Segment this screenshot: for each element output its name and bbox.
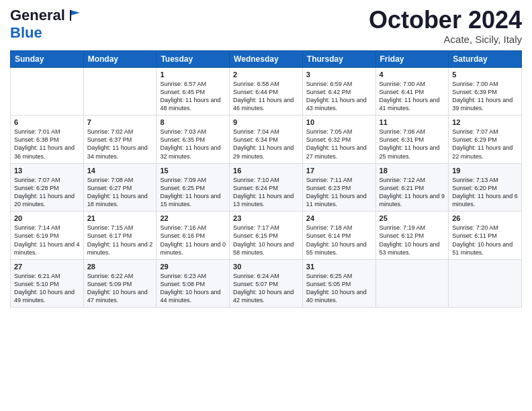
cell-info: Sunrise: 7:04 AM Sunset: 6:34 PM Dayligh… [233, 128, 299, 161]
cell-0-3: 2Sunrise: 6:58 AM Sunset: 6:44 PM Daylig… [230, 67, 303, 116]
cell-info: Sunrise: 6:23 AM Sunset: 5:08 PM Dayligh… [160, 272, 226, 305]
logo-general-text: General [10, 7, 65, 24]
cell-2-1: 14Sunrise: 7:08 AM Sunset: 6:27 PM Dayli… [83, 163, 157, 212]
cell-info: Sunrise: 7:18 AM Sunset: 6:14 PM Dayligh… [306, 224, 372, 257]
day-number: 16 [233, 167, 299, 175]
cell-4-6 [449, 259, 522, 308]
cell-info: Sunrise: 7:20 AM Sunset: 6:11 PM Dayligh… [452, 224, 518, 257]
cell-0-4: 3Sunrise: 6:59 AM Sunset: 6:42 PM Daylig… [302, 67, 375, 116]
cell-1-4: 10Sunrise: 7:05 AM Sunset: 6:32 PM Dayli… [302, 116, 375, 164]
day-number: 18 [380, 167, 445, 175]
header-thursday: Thursday [302, 50, 375, 67]
header-sunday: Sunday [11, 50, 84, 67]
cell-1-2: 8Sunrise: 7:03 AM Sunset: 6:35 PM Daylig… [157, 116, 230, 164]
cell-2-4: 17Sunrise: 7:11 AM Sunset: 6:23 PM Dayli… [302, 163, 375, 212]
cell-info: Sunrise: 6:21 AM Sunset: 5:10 PM Dayligh… [14, 272, 80, 305]
cell-2-2: 15Sunrise: 7:09 AM Sunset: 6:25 PM Dayli… [157, 163, 230, 212]
header-friday: Friday [375, 50, 449, 67]
day-number: 29 [160, 263, 226, 271]
day-number: 31 [306, 263, 372, 271]
day-number: 22 [160, 214, 226, 222]
cell-4-2: 29Sunrise: 6:23 AM Sunset: 5:08 PM Dayli… [157, 259, 230, 308]
day-number: 6 [14, 118, 80, 126]
day-number: 13 [14, 167, 80, 175]
cell-4-0: 27Sunrise: 6:21 AM Sunset: 5:10 PM Dayli… [11, 259, 84, 308]
day-number: 19 [452, 167, 518, 175]
cell-info: Sunrise: 6:24 AM Sunset: 5:07 PM Dayligh… [233, 272, 299, 305]
day-number: 28 [87, 263, 153, 271]
cell-info: Sunrise: 6:57 AM Sunset: 6:45 PM Dayligh… [160, 80, 226, 113]
day-number: 11 [380, 118, 445, 126]
cell-info: Sunrise: 7:17 AM Sunset: 6:15 PM Dayligh… [233, 224, 299, 257]
cell-3-4: 24Sunrise: 7:18 AM Sunset: 6:14 PM Dayli… [302, 212, 375, 260]
cell-info: Sunrise: 7:00 AM Sunset: 6:41 PM Dayligh… [380, 80, 445, 113]
day-number: 30 [233, 263, 299, 271]
logo-flag-icon [68, 7, 83, 22]
month-title: October 2024 [369, 7, 522, 34]
cell-info: Sunrise: 7:07 AM Sunset: 6:29 PM Dayligh… [452, 128, 518, 161]
cell-2-5: 18Sunrise: 7:12 AM Sunset: 6:21 PM Dayli… [375, 163, 449, 212]
cell-2-6: 19Sunrise: 7:13 AM Sunset: 6:20 PM Dayli… [449, 163, 522, 212]
cell-3-0: 20Sunrise: 7:14 AM Sunset: 6:19 PM Dayli… [11, 212, 84, 260]
cell-3-6: 26Sunrise: 7:20 AM Sunset: 6:11 PM Dayli… [449, 212, 522, 260]
cell-info: Sunrise: 7:05 AM Sunset: 6:32 PM Dayligh… [306, 128, 372, 161]
week-row-5: 27Sunrise: 6:21 AM Sunset: 5:10 PM Dayli… [11, 259, 522, 308]
cell-info: Sunrise: 7:03 AM Sunset: 6:35 PM Dayligh… [160, 128, 226, 161]
cell-2-3: 16Sunrise: 7:10 AM Sunset: 6:24 PM Dayli… [230, 163, 303, 212]
day-number: 14 [87, 167, 153, 175]
location: Acate, Sicily, Italy [369, 34, 522, 45]
day-number: 7 [87, 118, 153, 126]
day-number: 4 [380, 71, 445, 79]
day-number: 3 [306, 71, 372, 79]
cell-0-2: 1Sunrise: 6:57 AM Sunset: 6:45 PM Daylig… [157, 67, 230, 116]
cell-info: Sunrise: 7:07 AM Sunset: 6:28 PM Dayligh… [14, 176, 80, 209]
logo-blue-text: Blue [10, 24, 42, 41]
cell-info: Sunrise: 7:13 AM Sunset: 6:20 PM Dayligh… [452, 176, 518, 209]
cell-info: Sunrise: 7:06 AM Sunset: 6:31 PM Dayligh… [380, 128, 445, 161]
day-number: 12 [452, 118, 518, 126]
header-monday: Monday [83, 50, 157, 67]
cell-3-1: 21Sunrise: 7:15 AM Sunset: 6:17 PM Dayli… [83, 212, 157, 260]
logo: General Blue [10, 7, 83, 42]
cell-2-0: 13Sunrise: 7:07 AM Sunset: 6:28 PM Dayli… [11, 163, 84, 212]
day-number: 5 [452, 71, 518, 79]
day-number: 10 [306, 118, 372, 126]
cell-0-1 [83, 67, 157, 116]
day-number: 15 [160, 167, 226, 175]
day-number: 27 [14, 263, 80, 271]
week-row-2: 6Sunrise: 7:01 AM Sunset: 6:38 PM Daylig… [11, 116, 522, 164]
cell-info: Sunrise: 7:02 AM Sunset: 6:37 PM Dayligh… [87, 128, 153, 161]
week-row-3: 13Sunrise: 7:07 AM Sunset: 6:28 PM Dayli… [11, 163, 522, 212]
day-number: 20 [14, 214, 80, 222]
week-row-1: 1Sunrise: 6:57 AM Sunset: 6:45 PM Daylig… [11, 67, 522, 116]
day-number: 8 [160, 118, 226, 126]
day-number: 25 [380, 214, 445, 222]
cell-0-6: 5Sunrise: 7:00 AM Sunset: 6:39 PM Daylig… [449, 67, 522, 116]
day-number: 23 [233, 214, 299, 222]
cell-info: Sunrise: 7:09 AM Sunset: 6:25 PM Dayligh… [160, 176, 226, 209]
cell-0-5: 4Sunrise: 7:00 AM Sunset: 6:41 PM Daylig… [375, 67, 449, 116]
cell-info: Sunrise: 7:08 AM Sunset: 6:27 PM Dayligh… [87, 176, 153, 209]
calendar-table: Sunday Monday Tuesday Wednesday Thursday… [10, 50, 522, 308]
header-wednesday: Wednesday [230, 50, 303, 67]
cell-info: Sunrise: 7:15 AM Sunset: 6:17 PM Dayligh… [87, 224, 153, 257]
header-tuesday: Tuesday [157, 50, 230, 67]
day-number: 21 [87, 214, 153, 222]
cell-info: Sunrise: 6:58 AM Sunset: 6:44 PM Dayligh… [233, 80, 299, 113]
cell-3-3: 23Sunrise: 7:17 AM Sunset: 6:15 PM Dayli… [230, 212, 303, 260]
svg-marker-0 [71, 10, 80, 15]
week-row-4: 20Sunrise: 7:14 AM Sunset: 6:19 PM Dayli… [11, 212, 522, 260]
cell-info: Sunrise: 7:01 AM Sunset: 6:38 PM Dayligh… [14, 128, 80, 161]
weekday-header-row: Sunday Monday Tuesday Wednesday Thursday… [11, 50, 522, 67]
cell-info: Sunrise: 6:59 AM Sunset: 6:42 PM Dayligh… [306, 80, 372, 113]
cell-info: Sunrise: 6:22 AM Sunset: 5:09 PM Dayligh… [87, 272, 153, 305]
cell-3-2: 22Sunrise: 7:16 AM Sunset: 6:16 PM Dayli… [157, 212, 230, 260]
cell-info: Sunrise: 7:19 AM Sunset: 6:12 PM Dayligh… [380, 224, 445, 257]
day-number: 1 [160, 71, 226, 79]
cell-4-1: 28Sunrise: 6:22 AM Sunset: 5:09 PM Dayli… [83, 259, 157, 308]
cell-4-3: 30Sunrise: 6:24 AM Sunset: 5:07 PM Dayli… [230, 259, 303, 308]
cell-4-4: 31Sunrise: 6:25 AM Sunset: 5:05 PM Dayli… [302, 259, 375, 308]
header-saturday: Saturday [449, 50, 522, 67]
day-number: 17 [306, 167, 372, 175]
day-number: 9 [233, 118, 299, 126]
